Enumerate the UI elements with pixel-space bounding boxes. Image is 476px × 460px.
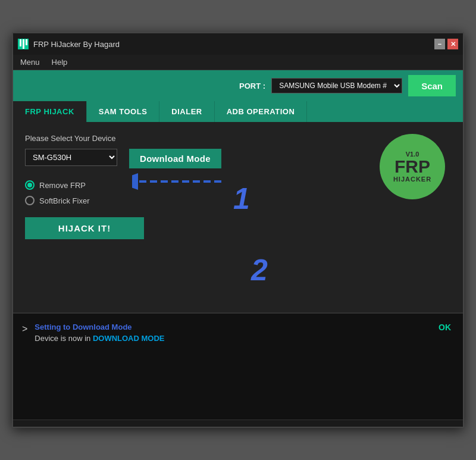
port-select[interactable]: SAMSUNG Mobile USB Modem #	[271, 78, 402, 93]
ok-button[interactable]: OK	[439, 323, 451, 332]
scan-button[interactable]: Scan	[408, 75, 456, 96]
title-bar-left: FRP HiJacker By Hagard	[18, 39, 120, 49]
annotation-number-1: 1	[233, 182, 250, 216]
output-bar: > Setting to Download Mode Device is now…	[13, 312, 463, 420]
app-icon	[18, 39, 29, 49]
tab-dialer[interactable]: DIALER	[159, 101, 214, 122]
radio-softbrick[interactable]	[25, 196, 35, 205]
frp-subtitle: HIJACKER	[393, 176, 431, 183]
tab-sam-tools[interactable]: SAM TOOLS	[87, 101, 160, 122]
menu-item-menu[interactable]: Menu	[20, 58, 40, 67]
output-row: > Setting to Download Mode Device is now…	[22, 323, 454, 343]
arrow-1	[132, 167, 227, 199]
scrollbar[interactable]	[13, 420, 463, 427]
frp-title: FRP	[394, 158, 430, 176]
output-line1: Setting to Download Mode	[35, 323, 454, 331]
menu-bar: Menu Help	[13, 55, 463, 70]
device-select[interactable]: SM-G530H	[25, 149, 117, 166]
output-prompt: >	[22, 324, 27, 334]
output-line2-prefix: Device is now in	[35, 334, 93, 343]
radio-remove-frp[interactable]	[25, 180, 35, 190]
tab-adb-operation[interactable]: ADB OPERATION	[215, 101, 308, 122]
download-mode-button[interactable]: Download Mode	[129, 149, 221, 168]
window-controls: − ✕	[434, 39, 458, 49]
menu-item-help[interactable]: Help	[52, 58, 68, 67]
annotation-number-2: 2	[251, 253, 268, 287]
frp-logo: V1.0 FRP HIJACKER	[380, 134, 445, 199]
output-text: Setting to Download Mode Device is now i…	[35, 323, 454, 343]
main-content: Please Select Your Device SM-G530H Downl…	[13, 122, 463, 312]
option-remove-frp-label: Remove FRP	[39, 181, 86, 190]
device-label: Please Select Your Device	[25, 134, 451, 143]
hijack-button[interactable]: HIJACK IT!	[25, 217, 144, 239]
output-download-mode: DOWNLOAD MODE	[93, 334, 165, 343]
close-button[interactable]: ✕	[447, 39, 458, 49]
title-bar: FRP HiJacker By Hagard − ✕	[13, 33, 463, 55]
option-softbrick-label: SoftBrick Fixer	[39, 196, 90, 205]
output-line2: Device is now in DOWNLOAD MODE	[35, 334, 454, 343]
tab-frp-hijack[interactable]: FRP HIJACK	[13, 101, 87, 122]
minimize-button[interactable]: −	[434, 39, 445, 49]
window-title: FRP HiJacker By Hagard	[33, 40, 120, 49]
main-window: FRP HiJacker By Hagard − ✕ Menu Help POR…	[12, 32, 464, 428]
tab-bar: FRP HIJACK SAM TOOLS DIALER ADB OPERATIO…	[13, 101, 463, 122]
port-bar: PORT : SAMSUNG Mobile USB Modem # Scan	[13, 70, 463, 101]
port-label: PORT :	[239, 82, 265, 90]
